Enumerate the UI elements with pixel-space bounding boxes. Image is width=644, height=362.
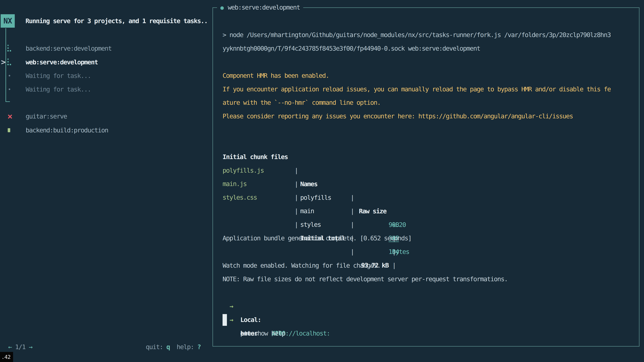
pager-count: 1/1 bbox=[15, 343, 25, 351]
hmr-warning-line-4: Please consider reporting any issues you… bbox=[222, 109, 573, 123]
chunk-table-row-styles: styles.css | styles | 104 bytes | bbox=[222, 177, 407, 191]
output-panel-title-text: web:serve:development bbox=[228, 4, 300, 11]
waiting-dot-icon bbox=[8, 75, 26, 76]
task-label-selected: web:serve:development bbox=[26, 58, 98, 66]
waiting-dot-icon bbox=[8, 88, 26, 90]
output-panel-title: ●web:serve:development bbox=[217, 3, 303, 12]
pipe-divider: | bbox=[392, 259, 396, 272]
help-key[interactable]: ? bbox=[197, 343, 200, 351]
chunk-name: polyfills bbox=[300, 191, 331, 204]
chunk-size: 90.20 kB bbox=[355, 218, 388, 232]
task-row-waiting-2[interactable]: Waiting for task... bbox=[8, 82, 91, 96]
bundle-complete-status: Application bundle generation complete. … bbox=[222, 231, 412, 245]
task-tree-corner bbox=[6, 101, 10, 102]
task-row-backend-serve[interactable]: backend:serve:development bbox=[8, 41, 112, 55]
hmr-warning-line-2: If you encounter application reload issu… bbox=[222, 82, 611, 96]
chunk-table-row-main: main.js | main | 3.42 kB | bbox=[222, 164, 407, 177]
running-dot-icon: ● bbox=[220, 4, 224, 11]
selected-task-caret-icon: > bbox=[1, 55, 5, 69]
success-square-icon bbox=[8, 128, 26, 132]
chunk-table-total-row: | Initial total | 93.72 kB bbox=[222, 204, 407, 218]
pager-count bbox=[12, 343, 15, 351]
task-row-guitar-serve[interactable]: × guitar:serve bbox=[8, 109, 67, 123]
hmr-warning-line-3: ature with the `--no-hmr` command line o… bbox=[222, 96, 380, 109]
task-label: Waiting for task... bbox=[26, 86, 91, 93]
app-title: Running serve for 3 projects, and 1 requ… bbox=[26, 14, 208, 28]
pager-space bbox=[25, 343, 29, 351]
watch-mode-status: Watch mode enabled. Watching for file ch… bbox=[222, 259, 388, 272]
footer-keybindings: quit: q help: ? bbox=[146, 340, 201, 354]
pipe-divider: | bbox=[350, 218, 354, 231]
pipe-divider: | bbox=[350, 191, 354, 204]
task-label: Waiting for task... bbox=[26, 72, 91, 79]
spinner-icon bbox=[8, 58, 26, 66]
raw-size-note: NOTE: Raw file sizes do not reflect deve… bbox=[222, 272, 508, 286]
task-row-backend-build[interactable]: backend:build:production bbox=[8, 123, 108, 137]
help-hint-line: → press h + enter to show help bbox=[222, 300, 457, 313]
task-label: guitar:serve bbox=[26, 113, 67, 120]
terminal-cursor[interactable] bbox=[222, 314, 227, 326]
spinner-icon bbox=[8, 45, 26, 52]
chunk-table-row-polyfills: polyfills.js | polyfills | 90.20 kB | bbox=[222, 150, 407, 164]
pipe-divider: | bbox=[350, 245, 354, 259]
pager: ← 1/1 → bbox=[8, 340, 32, 354]
chunk-size: 104 bytes bbox=[355, 245, 388, 259]
hmr-warning-line-1: Component HMR has been enabled. bbox=[222, 69, 329, 82]
chunk-name: styles bbox=[300, 218, 321, 231]
chunk-file: styles.css bbox=[222, 191, 257, 204]
pager-prev-arrow-icon[interactable]: ← bbox=[8, 343, 12, 351]
local-label: Local: bbox=[240, 313, 261, 327]
arrow-icon: → bbox=[230, 313, 233, 327]
task-tree-line bbox=[6, 28, 6, 102]
task-label: backend:build:production bbox=[26, 126, 108, 134]
pipe-divider: | bbox=[294, 191, 298, 204]
quit-key[interactable]: q bbox=[166, 343, 170, 351]
local-url-line: → Local: http://localhost:4200/ bbox=[222, 286, 457, 300]
pager-next-arrow-icon[interactable]: → bbox=[29, 343, 32, 351]
task-row-web-serve[interactable]: web:serve:development bbox=[8, 55, 98, 69]
terminal-command-line-1: > node /Users/mhartington/Github/guitars… bbox=[222, 28, 611, 42]
quit-label: quit: bbox=[146, 343, 166, 351]
task-label: backend:serve:development bbox=[26, 45, 112, 52]
task-row-waiting-1[interactable]: Waiting for task... bbox=[8, 69, 91, 82]
failed-cross-icon: × bbox=[8, 112, 26, 121]
nx-logo: NX bbox=[1, 14, 15, 28]
help-label: help: bbox=[170, 343, 197, 351]
chunk-table-header-row: Initial chunk files | Names | Raw size bbox=[222, 137, 407, 150]
overlay-badge: .42 bbox=[0, 352, 13, 362]
terminal-command-line-2: yyknnbtgh0000gn/T/9f4c243785f8453e3f00/f… bbox=[222, 42, 480, 55]
pipe-divider: | bbox=[294, 218, 298, 231]
